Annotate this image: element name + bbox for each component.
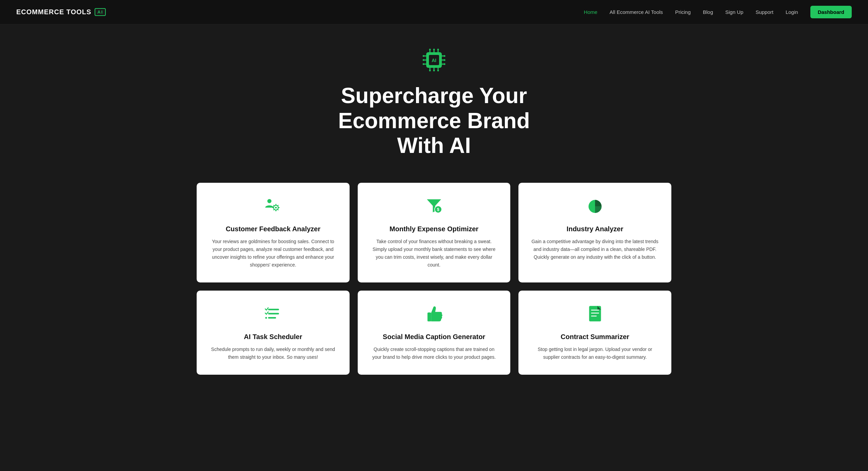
- card-customer-feedback: Customer Feedback Analyzer Your reviews …: [197, 183, 350, 282]
- navigation: ECOMMERCE TOOLS AI Home All Ecommerce AI…: [0, 0, 868, 24]
- svg-point-44: [265, 317, 267, 319]
- card-contract-summarizer: Contract Summarizer Stop getting lost in…: [518, 291, 671, 375]
- svg-point-22: [423, 59, 425, 61]
- people-gear-icon: [263, 196, 282, 219]
- svg-point-26: [444, 63, 446, 65]
- dashboard-button[interactable]: Dashboard: [810, 6, 852, 18]
- card-customer-feedback-title: Customer Feedback Analyzer: [226, 225, 320, 233]
- pie-chart-icon: [586, 196, 605, 219]
- nav-login[interactable]: Login: [786, 9, 798, 15]
- document-lines-icon: [586, 304, 605, 327]
- nav-signup[interactable]: Sign Up: [725, 9, 743, 15]
- svg-point-24: [444, 55, 446, 57]
- nav-blog[interactable]: Blog: [703, 9, 713, 15]
- checklist-icon: [263, 304, 282, 327]
- card-contract-summarizer-title: Contract Summarizer: [561, 333, 629, 341]
- card-industry-analyzer-desc: Gain a competitive advantage by diving i…: [531, 238, 659, 261]
- svg-text:AI: AI: [432, 58, 436, 63]
- tools-section: Customer Feedback Analyzer Your reviews …: [0, 172, 868, 395]
- brand-badge: AI: [95, 8, 106, 16]
- card-ai-task-scheduler-desc: Schedule prompts to run daily, weekly or…: [209, 346, 337, 361]
- ai-chip-icon: AI: [419, 45, 449, 75]
- svg-line-36: [278, 205, 278, 206]
- card-ai-task-scheduler: AI Task Scheduler Schedule prompts to ru…: [197, 291, 350, 375]
- card-social-media-caption-desc: Quickly create scroll-stopping captions …: [370, 346, 498, 361]
- brand-name: ECOMMERCE TOOLS: [16, 8, 91, 16]
- svg-line-35: [278, 209, 278, 210]
- cards-grid: Customer Feedback Analyzer Your reviews …: [197, 183, 671, 375]
- svg-point-15: [429, 49, 431, 51]
- logo[interactable]: ECOMMERCE TOOLS AI: [16, 8, 106, 16]
- card-social-media-caption-title: Social Media Caption Generator: [383, 333, 485, 341]
- thumbs-up-icon: [425, 304, 443, 327]
- hero-title: Supercharge Your Ecommerce Brand With AI: [288, 83, 580, 158]
- svg-line-37: [274, 209, 274, 210]
- svg-point-18: [429, 70, 431, 72]
- nav-all-tools[interactable]: All Ecommerce AI Tools: [610, 9, 663, 15]
- svg-point-19: [433, 70, 435, 72]
- card-social-media-caption: Social Media Caption Generator Quickly c…: [358, 291, 511, 375]
- card-monthly-expense: $ Monthly Expense Optimizer Take control…: [358, 183, 511, 282]
- nav-links: Home All Ecommerce AI Tools Pricing Blog…: [584, 9, 852, 15]
- nav-pricing[interactable]: Pricing: [675, 9, 691, 15]
- card-monthly-expense-desc: Take control of your finances without br…: [370, 238, 498, 269]
- svg-line-34: [274, 205, 274, 206]
- svg-point-29: [275, 207, 277, 208]
- svg-point-23: [423, 63, 425, 65]
- nav-home[interactable]: Home: [584, 9, 597, 15]
- funnel-dollar-icon: $: [425, 196, 443, 219]
- nav-support[interactable]: Support: [755, 9, 773, 15]
- svg-text:$: $: [437, 207, 439, 212]
- svg-point-27: [268, 199, 272, 203]
- svg-point-21: [423, 55, 425, 57]
- svg-point-20: [437, 70, 439, 72]
- card-industry-analyzer: Industry Analyzer Gain a competitive adv…: [518, 183, 671, 282]
- svg-point-25: [444, 59, 446, 61]
- card-ai-task-scheduler-title: AI Task Scheduler: [244, 333, 302, 341]
- card-monthly-expense-title: Monthly Expense Optimizer: [390, 225, 478, 233]
- svg-point-16: [433, 49, 435, 51]
- svg-point-17: [437, 49, 439, 51]
- svg-rect-45: [428, 313, 431, 321]
- card-customer-feedback-desc: Your reviews are goldmines for boosting …: [209, 238, 337, 269]
- hero-section: AI: [0, 24, 868, 172]
- card-industry-analyzer-title: Industry Analyzer: [567, 225, 623, 233]
- card-contract-summarizer-desc: Stop getting lost in legal jargon. Uploa…: [531, 346, 659, 361]
